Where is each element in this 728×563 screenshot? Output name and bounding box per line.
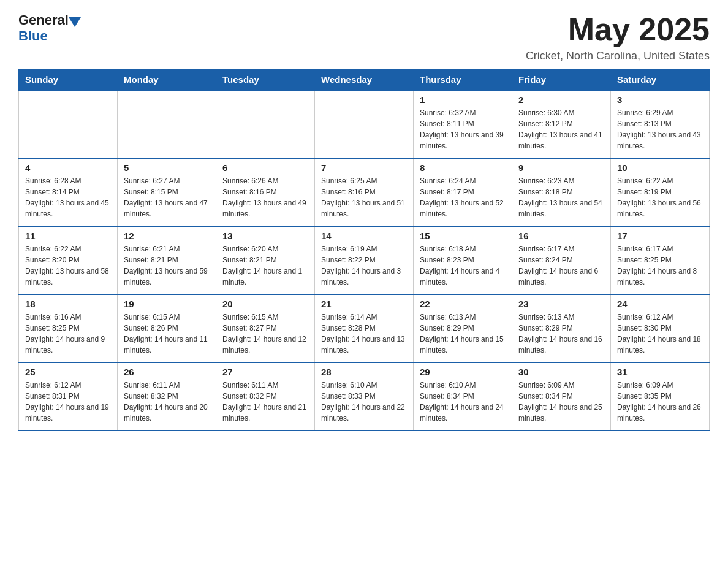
logo: General Blue (18, 12, 81, 44)
cell-week5-day5: 30Sunrise: 6:09 AMSunset: 8:34 PMDayligh… (512, 362, 611, 431)
week-row-2: 4Sunrise: 6:28 AMSunset: 8:14 PMDaylight… (19, 158, 710, 226)
col-wednesday: Wednesday (315, 69, 414, 91)
day-number: 26 (124, 367, 210, 377)
cell-week3-day3: 14Sunrise: 6:19 AMSunset: 8:22 PMDayligh… (315, 226, 414, 294)
cell-week3-day5: 16Sunrise: 6:17 AMSunset: 8:24 PMDayligh… (512, 226, 611, 294)
day-number: 18 (25, 299, 111, 309)
cell-week1-day0 (19, 90, 118, 158)
week-row-1: 1Sunrise: 6:32 AMSunset: 8:11 PMDaylight… (19, 90, 710, 158)
day-info: Sunrise: 6:13 AMSunset: 8:29 PMDaylight:… (518, 312, 604, 356)
day-number: 21 (321, 299, 407, 309)
day-info: Sunrise: 6:14 AMSunset: 8:28 PMDaylight:… (321, 312, 407, 356)
col-saturday: Saturday (611, 69, 710, 91)
day-number: 1 (420, 94, 506, 105)
day-number: 29 (420, 367, 506, 377)
day-number: 10 (617, 163, 703, 173)
day-info: Sunrise: 6:11 AMSunset: 8:32 PMDaylight:… (222, 380, 308, 424)
cell-week1-day4: 1Sunrise: 6:32 AMSunset: 8:11 PMDaylight… (414, 90, 512, 158)
day-number: 2 (518, 94, 604, 105)
day-info: Sunrise: 6:09 AMSunset: 8:34 PMDaylight:… (518, 380, 604, 424)
cell-week2-day3: 7Sunrise: 6:25 AMSunset: 8:16 PMDaylight… (315, 158, 414, 226)
day-number: 6 (222, 163, 308, 173)
day-info: Sunrise: 6:12 AMSunset: 8:31 PMDaylight:… (25, 380, 111, 424)
cell-week4-day3: 21Sunrise: 6:14 AMSunset: 8:28 PMDayligh… (315, 294, 414, 362)
day-info: Sunrise: 6:10 AMSunset: 8:33 PMDaylight:… (321, 380, 407, 424)
calendar-table: Sunday Monday Tuesday Wednesday Thursday… (18, 69, 710, 431)
day-number: 22 (420, 299, 506, 309)
cell-week3-day6: 17Sunrise: 6:17 AMSunset: 8:25 PMDayligh… (611, 226, 710, 294)
day-info: Sunrise: 6:24 AMSunset: 8:17 PMDaylight:… (420, 175, 506, 220)
cell-week3-day2: 13Sunrise: 6:20 AMSunset: 8:21 PMDayligh… (216, 226, 315, 294)
day-number: 30 (518, 367, 604, 377)
day-number: 20 (222, 299, 308, 309)
cell-week5-day3: 28Sunrise: 6:10 AMSunset: 8:33 PMDayligh… (315, 362, 414, 431)
day-info: Sunrise: 6:16 AMSunset: 8:25 PMDaylight:… (25, 312, 111, 356)
calendar-header-row: Sunday Monday Tuesday Wednesday Thursday… (19, 69, 710, 91)
week-row-5: 25Sunrise: 6:12 AMSunset: 8:31 PMDayligh… (19, 362, 710, 431)
title-section: May 2025 Cricket, North Carolina, United… (526, 12, 710, 63)
day-info: Sunrise: 6:30 AMSunset: 8:12 PMDaylight:… (518, 107, 604, 151)
cell-week4-day0: 18Sunrise: 6:16 AMSunset: 8:25 PMDayligh… (19, 294, 118, 362)
cell-week3-day0: 11Sunrise: 6:22 AMSunset: 8:20 PMDayligh… (19, 226, 118, 294)
day-info: Sunrise: 6:19 AMSunset: 8:22 PMDaylight:… (321, 243, 407, 288)
day-number: 19 (124, 299, 210, 309)
day-info: Sunrise: 6:20 AMSunset: 8:21 PMDaylight:… (222, 243, 308, 288)
day-info: Sunrise: 6:26 AMSunset: 8:16 PMDaylight:… (222, 175, 308, 220)
cell-week4-day4: 22Sunrise: 6:13 AMSunset: 8:29 PMDayligh… (414, 294, 512, 362)
day-info: Sunrise: 6:10 AMSunset: 8:34 PMDaylight:… (420, 380, 506, 424)
cell-week1-day1 (118, 90, 216, 158)
cell-week5-day6: 31Sunrise: 6:09 AMSunset: 8:35 PMDayligh… (611, 362, 710, 431)
cell-week4-day1: 19Sunrise: 6:15 AMSunset: 8:26 PMDayligh… (118, 294, 216, 362)
day-info: Sunrise: 6:13 AMSunset: 8:29 PMDaylight:… (420, 312, 506, 356)
day-info: Sunrise: 6:22 AMSunset: 8:20 PMDaylight:… (25, 243, 111, 288)
day-info: Sunrise: 6:15 AMSunset: 8:26 PMDaylight:… (124, 312, 210, 356)
cell-week2-day2: 6Sunrise: 6:26 AMSunset: 8:16 PMDaylight… (216, 158, 315, 226)
cell-week5-day1: 26Sunrise: 6:11 AMSunset: 8:32 PMDayligh… (118, 362, 216, 431)
location-subtitle: Cricket, North Carolina, United States (526, 50, 710, 63)
cell-week3-day4: 15Sunrise: 6:18 AMSunset: 8:23 PMDayligh… (414, 226, 512, 294)
day-number: 8 (420, 163, 506, 173)
day-info: Sunrise: 6:12 AMSunset: 8:30 PMDaylight:… (617, 312, 703, 356)
cell-week2-day6: 10Sunrise: 6:22 AMSunset: 8:19 PMDayligh… (611, 158, 710, 226)
day-number: 3 (617, 94, 703, 105)
month-title: May 2025 (526, 12, 710, 47)
day-info: Sunrise: 6:25 AMSunset: 8:16 PMDaylight:… (321, 175, 407, 220)
day-info: Sunrise: 6:32 AMSunset: 8:11 PMDaylight:… (420, 107, 506, 151)
day-info: Sunrise: 6:15 AMSunset: 8:27 PMDaylight:… (222, 312, 308, 356)
page-header: General Blue May 2025 Cricket, North Car… (18, 12, 710, 63)
day-number: 13 (222, 231, 308, 241)
col-sunday: Sunday (19, 69, 118, 91)
day-info: Sunrise: 6:28 AMSunset: 8:14 PMDaylight:… (25, 175, 111, 220)
day-info: Sunrise: 6:11 AMSunset: 8:32 PMDaylight:… (124, 380, 210, 424)
col-thursday: Thursday (414, 69, 512, 91)
day-number: 16 (518, 231, 604, 241)
day-number: 23 (518, 299, 604, 309)
cell-week2-day5: 9Sunrise: 6:23 AMSunset: 8:18 PMDaylight… (512, 158, 611, 226)
day-number: 25 (25, 367, 111, 377)
day-number: 14 (321, 231, 407, 241)
col-monday: Monday (118, 69, 216, 91)
day-info: Sunrise: 6:18 AMSunset: 8:23 PMDaylight:… (420, 243, 506, 288)
cell-week1-day6: 3Sunrise: 6:29 AMSunset: 8:13 PMDaylight… (611, 90, 710, 158)
cell-week3-day1: 12Sunrise: 6:21 AMSunset: 8:21 PMDayligh… (118, 226, 216, 294)
day-number: 28 (321, 367, 407, 377)
day-number: 4 (25, 163, 111, 173)
day-info: Sunrise: 6:21 AMSunset: 8:21 PMDaylight:… (124, 243, 210, 288)
day-info: Sunrise: 6:23 AMSunset: 8:18 PMDaylight:… (518, 175, 604, 220)
logo-blue: Blue (18, 28, 48, 44)
day-number: 9 (518, 163, 604, 173)
cell-week2-day1: 5Sunrise: 6:27 AMSunset: 8:15 PMDaylight… (118, 158, 216, 226)
day-number: 5 (124, 163, 210, 173)
cell-week1-day2 (216, 90, 315, 158)
week-row-3: 11Sunrise: 6:22 AMSunset: 8:20 PMDayligh… (19, 226, 710, 294)
day-number: 7 (321, 163, 407, 173)
week-row-4: 18Sunrise: 6:16 AMSunset: 8:25 PMDayligh… (19, 294, 710, 362)
cell-week5-day0: 25Sunrise: 6:12 AMSunset: 8:31 PMDayligh… (19, 362, 118, 431)
cell-week4-day2: 20Sunrise: 6:15 AMSunset: 8:27 PMDayligh… (216, 294, 315, 362)
cell-week2-day4: 8Sunrise: 6:24 AMSunset: 8:17 PMDaylight… (414, 158, 512, 226)
day-number: 31 (617, 367, 703, 377)
day-info: Sunrise: 6:17 AMSunset: 8:25 PMDaylight:… (617, 243, 703, 288)
cell-week2-day0: 4Sunrise: 6:28 AMSunset: 8:14 PMDaylight… (19, 158, 118, 226)
day-number: 15 (420, 231, 506, 241)
cell-week5-day4: 29Sunrise: 6:10 AMSunset: 8:34 PMDayligh… (414, 362, 512, 431)
